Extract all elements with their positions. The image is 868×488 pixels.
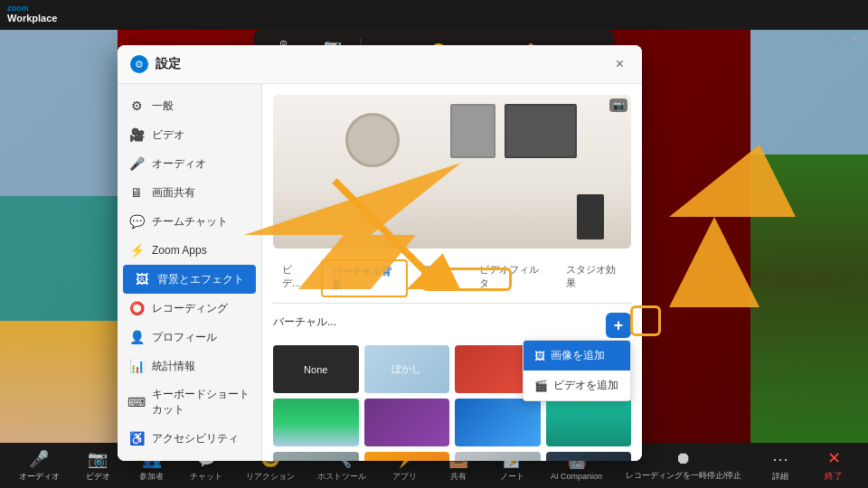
bottom-audio-icon: 🎤 (29, 449, 49, 469)
tab-studio[interactable]: スタジオ効果 (557, 259, 631, 297)
bg-mountains[interactable] (273, 399, 359, 446)
team-chat-icon: 💬 (128, 213, 145, 230)
preview-decoration (345, 113, 400, 167)
bg-room[interactable] (273, 452, 359, 461)
nav-profile[interactable]: 👤 プロフィール (118, 323, 261, 352)
bottom-record-icon: ⏺ (675, 449, 692, 468)
nav-general-label: 一般 (152, 99, 174, 114)
nav-zoom-apps-label: Zoom Apps (152, 244, 207, 257)
section-header: バーチャル... + 🖼 画像を追加 🎬 ビデオを追加 (273, 313, 631, 338)
settings-content: 📷 ビデ... バーチャル背景 アバター ビデオフィルタ スタジオ効果 (262, 84, 642, 461)
section-label: バーチャル... (273, 314, 336, 330)
nav-audio-label: オーディオ (152, 156, 206, 172)
nav-team-chat-label: チームチャット (152, 214, 228, 230)
maximize-btn[interactable]: □ (832, 33, 844, 45)
bottom-video-btn[interactable]: 📷 ビデオ (75, 446, 120, 486)
settings-body: ⚙ 一般 🎥 ビデオ 🎤 オーディオ 🖥 画面共有 💬 チームチャット ⚡ (118, 84, 642, 461)
nav-recording[interactable]: ⭕ レコーディング (118, 294, 261, 323)
nav-admin-label: 管理者 (152, 460, 184, 462)
preview-art2 (450, 104, 495, 158)
nav-audio[interactable]: 🎤 オーディオ (118, 149, 261, 178)
video-add-icon: 🎬 (534, 380, 548, 392)
nav-stats-label: 統計情報 (152, 359, 195, 374)
image-icon: 🖼 (534, 350, 545, 362)
add-dropdown: 🖼 画像を追加 🎬 ビデオを追加 (523, 340, 631, 401)
settings-close-btn[interactable]: × (610, 54, 629, 74)
bg-blur[interactable]: ぼかし (364, 345, 450, 393)
settings-title: 設定 (156, 56, 610, 72)
audio-icon: 🎤 (128, 155, 145, 172)
add-image-item[interactable]: 🖼 画像を追加 (524, 341, 630, 371)
bottom-more-icon: ⋯ (772, 449, 788, 469)
nav-stats[interactable]: 📊 統計情報 (118, 352, 261, 380)
nav-keyboard[interactable]: ⌨ キーボードショートカット (118, 380, 261, 424)
nav-accessibility[interactable]: ♿ アクセシビリティ (118, 424, 261, 453)
workplace-text: Workplace (7, 13, 57, 24)
tab-avatar[interactable]: アバター (411, 259, 467, 297)
settings-dialog: ⚙ 設定 × ⚙ 一般 🎥 ビデオ 🎤 オーディオ 🖥 画面共有 � (118, 45, 642, 461)
tab-video-filter[interactable]: ビデオフィルタ (470, 259, 553, 297)
bottom-more-btn[interactable]: ⋯ 詳細 (758, 446, 803, 486)
nav-recording-label: レコーディング (152, 301, 228, 316)
profile-icon: 👤 (128, 329, 145, 345)
bg-preview: 📷 (273, 95, 631, 249)
bg-circle[interactable] (364, 452, 450, 461)
preview-object (577, 194, 604, 239)
settings-nav: ⚙ 一般 🎥 ビデオ 🎤 オーディオ 🖥 画面共有 💬 チームチャット ⚡ (118, 84, 262, 461)
bg-left-beach (0, 30, 118, 446)
zoom-logo: zoom Workplace (7, 5, 57, 24)
bottom-audio-btn[interactable]: 🎤 オーディオ (12, 446, 67, 486)
bg-effects-icon: 🖼 (134, 271, 150, 287)
nav-admin[interactable]: 🔑 管理者 (118, 453, 261, 461)
zoom-text: zoom (7, 5, 57, 13)
nav-profile-label: プロフィール (152, 330, 217, 345)
bg-grapes[interactable] (364, 399, 450, 446)
nav-general[interactable]: ⚙ 一般 (118, 91, 261, 120)
nav-video-label: ビデオ (152, 127, 184, 143)
top-bar: zoom Workplace (0, 0, 868, 30)
nav-video[interactable]: 🎥 ビデオ (118, 120, 261, 149)
add-btn-container: + 🖼 画像を追加 🎬 ビデオを追加 (606, 313, 631, 338)
bg-none[interactable]: None (273, 345, 359, 393)
admin-icon: 🔑 (128, 459, 145, 461)
screen-share-icon: 🖥 (128, 184, 145, 201)
nav-screen-share-label: 画面共有 (152, 185, 195, 201)
zoom-apps-icon: ⚡ (128, 242, 145, 258)
preview-camera-icon[interactable]: 📷 (609, 99, 627, 112)
bottom-end-btn[interactable]: ✕ 終了 (811, 445, 856, 486)
video-icon: 🎥 (128, 127, 145, 143)
recording-icon: ⭕ (128, 300, 145, 316)
minimize-btn[interactable]: — (816, 33, 828, 45)
nav-screen-share[interactable]: 🖥 画面共有 (118, 178, 261, 207)
bottom-video-icon: 📷 (88, 449, 108, 469)
bg-right-palm (750, 30, 868, 446)
keyboard-icon: ⌨ (128, 394, 145, 410)
nav-team-chat[interactable]: 💬 チームチャット (118, 207, 261, 236)
tab-virtual-bg[interactable]: バーチャル背景 (321, 259, 408, 297)
bottom-end-icon: ✕ (827, 448, 841, 468)
nav-keyboard-label: キーボードショートカット (152, 387, 250, 418)
tabs-row: ビデ... バーチャル背景 アバター ビデオフィルタ スタジオ効果 (273, 259, 631, 304)
bg-door[interactable] (455, 452, 541, 461)
nav-zoom-apps[interactable]: ⚡ Zoom Apps (118, 236, 261, 265)
preview-art (505, 104, 577, 158)
tab-video[interactable]: ビデ... (273, 259, 317, 297)
add-bg-btn[interactable]: + (606, 313, 631, 338)
add-video-item[interactable]: 🎬 ビデオを追加 (524, 371, 630, 400)
nav-bg-effects-label: 背景とエフェクト (157, 272, 244, 287)
settings-header: ⚙ 設定 × (118, 45, 642, 84)
stats-icon: 📊 (128, 358, 145, 374)
bg-tech[interactable] (455, 399, 541, 446)
window-controls: — □ ✕ (816, 33, 861, 45)
bg-ocean[interactable] (546, 399, 632, 446)
accessibility-icon: ♿ (128, 430, 145, 446)
close-btn[interactable]: ✕ (848, 33, 861, 45)
nav-bg-effects[interactable]: 🖼 背景とエフェクト (123, 265, 256, 294)
general-icon: ⚙ (128, 98, 145, 114)
nav-accessibility-label: アクセシビリティ (152, 431, 239, 446)
bg-dark[interactable] (546, 452, 632, 461)
settings-icon: ⚙ (130, 55, 148, 73)
